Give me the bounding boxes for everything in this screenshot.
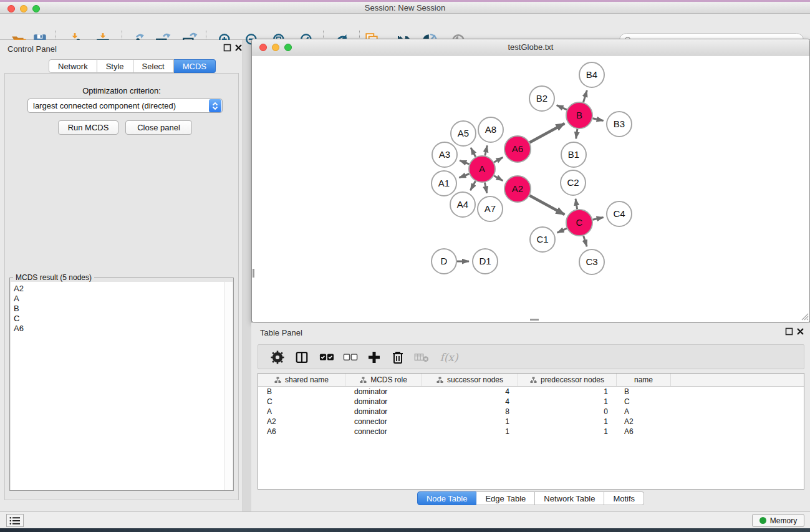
graph-node-label: A8 — [485, 124, 496, 135]
graph-node-C1[interactable]: C1 — [530, 227, 555, 252]
graph-edge-C-C4[interactable] — [592, 218, 603, 220]
mcds-result-list[interactable]: A2 A B C A6 — [11, 282, 226, 490]
mcds-result-item[interactable]: B — [14, 304, 226, 314]
graph-node-A5[interactable]: A5 — [451, 121, 476, 146]
tab-select[interactable]: Select — [133, 59, 174, 73]
mcds-result-scrollbar[interactable] — [224, 282, 233, 490]
close-table-panel-icon[interactable] — [796, 327, 804, 336]
select-all-icon[interactable] — [319, 349, 335, 365]
graph-node-B1[interactable]: B1 — [561, 142, 586, 167]
table-row[interactable]: Bdominator41B — [258, 387, 804, 397]
tab-network-table[interactable]: Network Table — [535, 491, 604, 505]
graph-edge-A6-B[interactable] — [529, 123, 564, 143]
graph-edge-A-A3[interactable] — [460, 160, 469, 164]
graph-node-D1[interactable]: D1 — [473, 249, 498, 274]
graph-edge-B-B4[interactable] — [583, 90, 587, 102]
maximize-window-button[interactable] — [32, 5, 40, 12]
criterion-select[interactable]: largest connected component (directed) — [27, 99, 223, 113]
float-panel-icon[interactable] — [223, 44, 231, 52]
column-header-predecessor-nodes[interactable]: predecessor nodes — [518, 374, 617, 386]
close-panel-button[interactable]: Close panel — [125, 120, 192, 135]
tab-mcds[interactable]: MCDS — [174, 59, 216, 73]
maximize-network-button[interactable] — [284, 44, 292, 51]
graph-edge-C-C1[interactable] — [557, 228, 567, 233]
network-vertical-scrollbar[interactable] — [253, 269, 254, 278]
graph-node-D[interactable]: D — [432, 249, 456, 274]
graph-node-A3[interactable]: A3 — [432, 142, 457, 167]
graph-edge-A-A5[interactable] — [471, 148, 476, 157]
graph-node-C[interactable]: C — [566, 210, 592, 236]
graph-edge-A-A2[interactable] — [494, 176, 503, 181]
mcds-result-item[interactable]: A — [14, 294, 226, 304]
function-builder-icon[interactable]: f(x) — [435, 349, 463, 365]
tab-style[interactable]: Style — [97, 59, 133, 73]
add-icon[interactable] — [366, 349, 382, 365]
delete-icon[interactable] — [390, 349, 406, 365]
graph-node-A2[interactable]: A2 — [504, 176, 531, 202]
graph-edge-A2-C[interactable] — [529, 196, 564, 215]
network-canvas[interactable]: B4B2BB3A5A8A6B1A3AC2A1A2A4A7C4CC1DD1C3 — [253, 56, 809, 322]
network-window-titlebar[interactable]: testGlobe.txt — [252, 39, 809, 56]
minimize-network-button[interactable] — [272, 44, 279, 51]
graph-node-A6[interactable]: A6 — [504, 136, 531, 162]
mcds-result-item[interactable]: C — [14, 314, 226, 324]
graph-node-C2[interactable]: C2 — [561, 170, 586, 195]
graph-edge-B-B1[interactable] — [576, 129, 577, 138]
graph-node-C4[interactable]: C4 — [607, 201, 632, 226]
graph-node-A4[interactable]: A4 — [450, 192, 475, 217]
gear-icon[interactable] — [269, 349, 286, 365]
graph-node-A7[interactable]: A7 — [478, 196, 503, 221]
graph-edge-A-A1[interactable] — [459, 174, 469, 178]
graph-node-label: A1 — [438, 178, 450, 188]
control-panel-title: Control Panel — [7, 44, 57, 54]
graph-edge-A-A7[interactable] — [485, 183, 486, 193]
graph-node-B[interactable]: B — [566, 102, 592, 128]
memory-button[interactable]: Memory — [752, 514, 804, 527]
tab-network[interactable]: Network — [49, 59, 97, 73]
graph-node-A8[interactable]: A8 — [478, 117, 503, 142]
graph-node-label: D1 — [479, 256, 491, 266]
graph-edge-C-C2[interactable] — [576, 199, 577, 210]
column-header-successor-nodes[interactable]: successor nodes — [422, 374, 518, 386]
tab-node-table[interactable]: Node Table — [417, 491, 477, 505]
column-header-shared-name[interactable]: shared name — [258, 374, 345, 386]
minimize-window-button[interactable] — [20, 5, 27, 12]
graph-edge-A-A6[interactable] — [494, 157, 503, 162]
column-header-name[interactable]: name — [617, 374, 671, 386]
close-window-button[interactable] — [7, 5, 15, 12]
graph-edge-C-C3[interactable] — [584, 236, 587, 246]
graph-node-A[interactable]: A — [469, 156, 495, 182]
graph-edge-B-B2[interactable] — [557, 105, 567, 110]
resize-grip-icon[interactable] — [801, 312, 809, 321]
graph-edge-A-A8[interactable] — [485, 145, 488, 155]
column-header-mcds-role[interactable]: MCDS role — [345, 374, 422, 386]
deselect-all-icon[interactable] — [342, 349, 359, 365]
tab-motifs[interactable]: Motifs — [604, 491, 644, 505]
application-window: Session: New Session — [0, 0, 810, 532]
delete-table-icon[interactable] — [413, 349, 430, 365]
table-toolbar: f(x) — [258, 344, 804, 369]
table-row[interactable]: Adominator80A — [258, 407, 804, 417]
graph-node-B4[interactable]: B4 — [579, 62, 604, 87]
close-panel-icon[interactable] — [234, 44, 243, 52]
run-mcds-button[interactable]: Run MCDS — [58, 120, 118, 135]
network-horizontal-scrollbar[interactable] — [530, 319, 539, 321]
graph-edge-A-A4[interactable] — [470, 181, 475, 190]
close-network-button[interactable] — [259, 44, 267, 51]
float-table-panel-icon[interactable] — [785, 327, 793, 336]
graph-node-label: A — [479, 163, 485, 174]
graph-node-A1[interactable]: A1 — [432, 171, 456, 196]
mcds-result-item[interactable]: A6 — [14, 324, 226, 334]
graph-edge-B-B3[interactable] — [592, 118, 603, 121]
tab-edge-table[interactable]: Edge Table — [476, 491, 535, 505]
graph-node-label: B2 — [536, 93, 547, 104]
graph-node-B2[interactable]: B2 — [529, 86, 554, 111]
table-row[interactable]: Cdominator41C — [258, 397, 804, 407]
task-history-button[interactable] — [6, 514, 24, 527]
table-row[interactable]: A2connector11A2 — [258, 417, 804, 427]
mcds-result-item[interactable]: A2 — [14, 284, 226, 294]
graph-node-C3[interactable]: C3 — [579, 249, 604, 274]
table-row[interactable]: A6connector11A6 — [258, 427, 804, 437]
column-layout-icon[interactable] — [294, 349, 310, 365]
graph-node-B3[interactable]: B3 — [607, 112, 632, 137]
